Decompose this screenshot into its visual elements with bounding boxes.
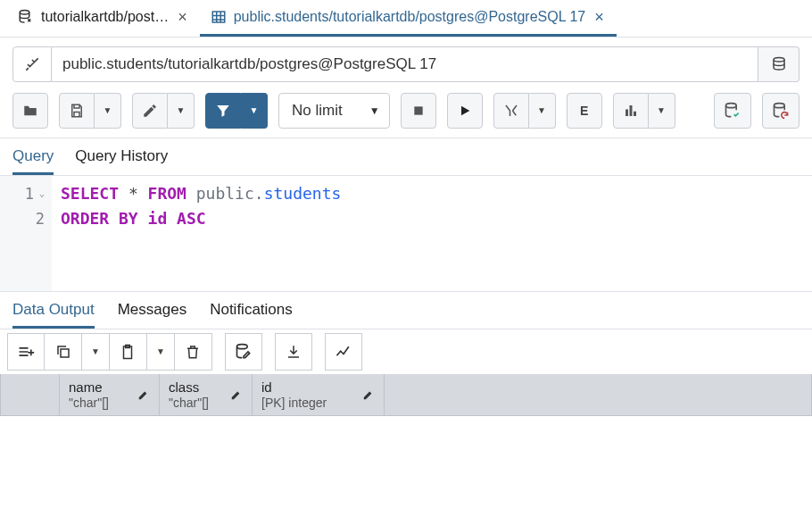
column-header-class[interactable]: class "char"[] bbox=[160, 374, 253, 415]
explain-button[interactable] bbox=[493, 93, 529, 129]
data-grid-header: name "char"[] class "char"[] id [PK] int… bbox=[0, 374, 812, 416]
connection-bar bbox=[0, 38, 812, 88]
filter-button[interactable] bbox=[205, 93, 241, 129]
svg-point-2 bbox=[774, 58, 784, 62]
tab-data-output[interactable]: Data Output bbox=[12, 301, 95, 329]
query-subtabs: Query Query History bbox=[0, 138, 812, 175]
main-toolbar: ▼ ▼ ▼ No limit ▼ bbox=[0, 88, 812, 138]
stop-button[interactable] bbox=[401, 93, 436, 129]
table-icon bbox=[211, 9, 227, 25]
column-header-name[interactable]: name "char"[] bbox=[60, 374, 160, 415]
database-edit-icon bbox=[235, 343, 253, 361]
sql-keyword: FROM bbox=[148, 184, 186, 203]
save-menu-button[interactable]: ▼ bbox=[95, 93, 121, 129]
pencil-icon[interactable] bbox=[230, 388, 243, 401]
database-rollback-icon bbox=[772, 102, 790, 120]
chevron-down-icon: ▼ bbox=[657, 106, 666, 115]
svg-point-0 bbox=[20, 11, 29, 15]
pencil-icon[interactable] bbox=[137, 388, 150, 401]
add-row-button[interactable] bbox=[7, 333, 45, 371]
column-header-id[interactable]: id [PK] integer bbox=[253, 374, 385, 415]
macros-menu-button[interactable]: ▼ bbox=[649, 93, 675, 129]
chevron-down-icon: ▼ bbox=[250, 106, 259, 115]
svg-point-12 bbox=[236, 345, 247, 349]
sql-table: students bbox=[264, 184, 342, 203]
svg-point-8 bbox=[775, 104, 785, 108]
paste-button[interactable] bbox=[110, 333, 147, 371]
limit-select[interactable]: No limit ▼ bbox=[278, 93, 390, 129]
explain-analyze-button[interactable]: E bbox=[567, 93, 602, 129]
line-number: 2 bbox=[36, 206, 45, 231]
delete-row-button[interactable] bbox=[175, 333, 212, 371]
chevron-down-icon: ▼ bbox=[156, 347, 165, 356]
execute-button[interactable] bbox=[447, 93, 483, 129]
line-chart-icon bbox=[335, 343, 352, 361]
download-icon bbox=[286, 344, 302, 360]
close-icon[interactable]: × bbox=[176, 8, 189, 27]
chevron-down-icon: ▼ bbox=[104, 106, 112, 115]
column-name: id bbox=[261, 379, 327, 396]
explain-menu-button[interactable]: ▼ bbox=[529, 93, 556, 129]
editor-content[interactable]: SELECT * FROM public.students ORDER BY i… bbox=[52, 176, 812, 291]
tab-query-history[interactable]: Query History bbox=[75, 147, 168, 175]
svg-rect-5 bbox=[629, 105, 632, 116]
sql-schema: public bbox=[196, 184, 254, 203]
svg-rect-9 bbox=[61, 349, 69, 357]
tab-query[interactable]: Query bbox=[12, 147, 54, 175]
column-type: "char"[] bbox=[69, 396, 109, 410]
copy-button[interactable] bbox=[45, 333, 82, 371]
clipboard-icon bbox=[120, 344, 136, 360]
download-button[interactable] bbox=[275, 333, 312, 371]
connection-status-button[interactable] bbox=[12, 46, 52, 82]
connected-icon bbox=[23, 55, 41, 73]
trash-icon bbox=[185, 344, 201, 360]
save-button[interactable] bbox=[59, 93, 95, 129]
tab-2-label: public.students/tutorialkartdb/postgres@… bbox=[234, 9, 586, 25]
sql-editor: 1⌄ 2 SELECT * FROM public.students ORDER… bbox=[0, 175, 812, 291]
edit-menu-button[interactable]: ▼ bbox=[168, 93, 195, 129]
column-type: "char"[] bbox=[169, 396, 209, 410]
save-data-button[interactable] bbox=[225, 333, 262, 371]
editor-gutter: 1⌄ 2 bbox=[0, 176, 52, 291]
play-icon bbox=[458, 104, 472, 118]
folder-icon bbox=[22, 103, 38, 119]
filter-menu-button[interactable]: ▼ bbox=[241, 93, 268, 129]
grid-corner[interactable] bbox=[1, 374, 60, 415]
save-icon bbox=[69, 103, 85, 119]
pencil-icon[interactable] bbox=[362, 388, 375, 401]
svg-rect-1 bbox=[212, 12, 225, 22]
database-icon bbox=[771, 56, 787, 72]
window-tabs: tutorialkartdb/post… × public.students/t… bbox=[0, 0, 812, 38]
column-type: [PK] integer bbox=[261, 396, 327, 410]
sql-direction: ASC bbox=[177, 209, 206, 228]
graph-visualizer-button[interactable] bbox=[325, 333, 362, 371]
fold-icon[interactable]: ⌄ bbox=[39, 189, 45, 198]
copy-icon bbox=[55, 344, 71, 360]
tab-1-label: tutorialkartdb/post… bbox=[41, 9, 169, 25]
limit-label: No limit bbox=[292, 102, 343, 120]
rollback-button[interactable] bbox=[762, 93, 800, 129]
query-tool-icon bbox=[18, 9, 34, 25]
line-number: 1 bbox=[25, 181, 34, 206]
explain-icon bbox=[503, 103, 519, 119]
svg-rect-4 bbox=[626, 110, 628, 117]
result-subtabs: Data Output Messages Notifications bbox=[0, 291, 812, 329]
svg-point-7 bbox=[726, 104, 737, 108]
change-connection-button[interactable] bbox=[758, 46, 800, 82]
tab-notifications[interactable]: Notifications bbox=[210, 301, 293, 329]
edit-button[interactable] bbox=[132, 93, 168, 129]
commit-button[interactable] bbox=[714, 93, 751, 129]
open-file-button[interactable] bbox=[12, 93, 48, 129]
pencil-icon bbox=[142, 103, 158, 119]
result-toolbar: ▼ ▼ bbox=[0, 329, 812, 374]
macros-button[interactable] bbox=[613, 93, 649, 129]
column-name: class bbox=[169, 379, 209, 396]
tab-1[interactable]: tutorialkartdb/post… × bbox=[7, 0, 200, 37]
tab-messages[interactable]: Messages bbox=[118, 301, 186, 329]
paste-menu-button[interactable]: ▼ bbox=[147, 333, 175, 371]
close-icon[interactable]: × bbox=[592, 8, 606, 27]
chevron-down-icon: ▼ bbox=[537, 106, 546, 115]
copy-menu-button[interactable]: ▼ bbox=[82, 333, 110, 371]
connection-path-input[interactable] bbox=[52, 46, 758, 82]
tab-2[interactable]: public.students/tutorialkartdb/postgres@… bbox=[200, 0, 617, 37]
